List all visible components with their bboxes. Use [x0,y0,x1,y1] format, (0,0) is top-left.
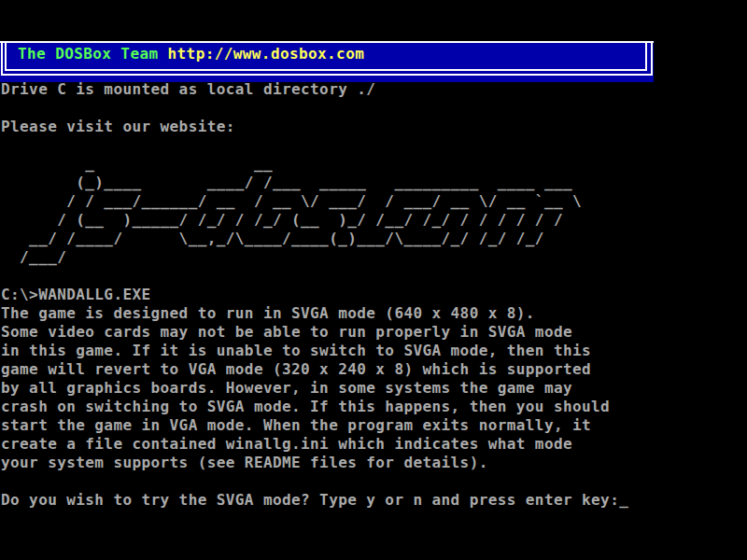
info-line: create a file contained winallg.ini whic… [1,435,572,454]
banner-border-bottom-outer [1,74,653,76]
banner-border-bottom-inner [5,69,647,71]
banner-border-top [0,41,654,43]
info-line: start the game in VGA mode. When the pro… [1,416,591,435]
info-line: The game is designed to run in SVGA mode… [1,304,535,323]
banner-border-right-inner [645,43,647,71]
jsdos-ascii-logo: _ __ (_)____ ____/ /___ _____ _________ … [1,155,582,267]
info-line: crash on switching to SVGA mode. If this… [1,398,610,416]
banner-border-left-outer [1,41,3,76]
info-line: Some video cards may not be able to run … [1,323,572,342]
info-line: by all graphics boards. However, in some… [1,379,572,398]
dosbox-terminal-screen[interactable]: The DOSBox Team http://www.dosbox.com Dr… [0,0,747,560]
svga-question-line[interactable]: Do you wish to try the SVGA mode? Type y… [1,491,628,510]
svga-question-text: Do you wish to try the SVGA mode? Type y… [1,491,619,509]
info-line: in this game. If it is unable to switch … [1,342,591,360]
text-cursor[interactable]: _ [619,491,628,509]
banner-border-left-inner [5,43,7,71]
info-line: your system supports (see README files f… [1,454,488,472]
banner-team-label: The DOSBox Team [18,45,168,63]
dosbox-banner: The DOSBox Team http://www.dosbox.com [0,41,654,82]
banner-border-right-outer [651,41,653,76]
website-prompt-line: Please visit our website: [1,118,235,136]
banner-text: The DOSBox Team http://www.dosbox.com [18,45,364,63]
command-prompt-line: C:\>WANDALLG.EXE [1,286,151,304]
info-line: game will revert to VGA mode (320 x 240 … [1,360,591,379]
banner-url-link[interactable]: http://www.dosbox.com [168,45,365,63]
mount-status-line: Drive C is mounted as local directory ./ [1,80,375,99]
